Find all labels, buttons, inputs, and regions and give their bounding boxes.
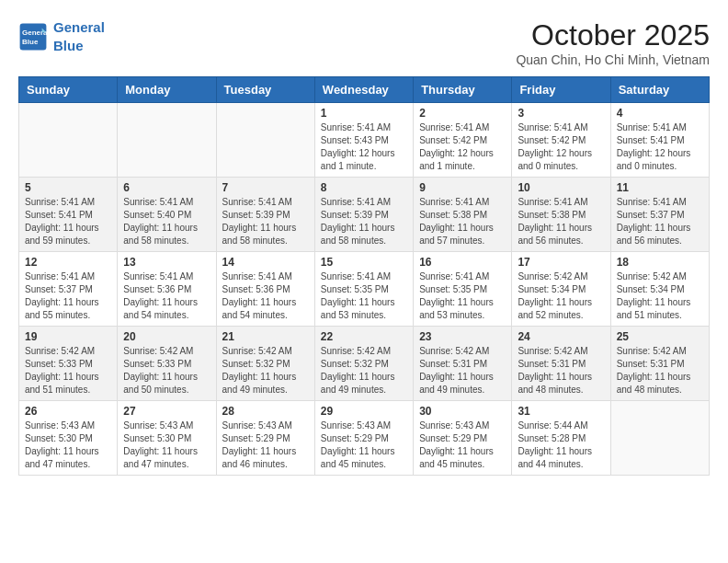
- logo-text: General Blue: [53, 18, 105, 55]
- week-row-4: 19Sunrise: 5:42 AM Sunset: 5:33 PM Dayli…: [19, 327, 710, 401]
- calendar-cell: 11Sunrise: 5:41 AM Sunset: 5:37 PM Dayli…: [610, 178, 709, 252]
- calendar-cell: 25Sunrise: 5:42 AM Sunset: 5:31 PM Dayli…: [610, 327, 709, 401]
- day-number: 27: [123, 405, 210, 418]
- col-header-saturday: Saturday: [610, 77, 709, 103]
- calendar-cell: 21Sunrise: 5:42 AM Sunset: 5:32 PM Dayli…: [216, 327, 314, 401]
- title-area: October 2025 Quan Chin, Ho Chi Minh, Vie…: [516, 18, 710, 67]
- calendar-cell: 16Sunrise: 5:41 AM Sunset: 5:35 PM Dayli…: [414, 252, 512, 327]
- day-info: Sunrise: 5:41 AM Sunset: 5:36 PM Dayligh…: [123, 270, 210, 322]
- day-info: Sunrise: 5:44 AM Sunset: 5:28 PM Dayligh…: [518, 419, 604, 471]
- day-number: 26: [25, 405, 111, 418]
- day-info: Sunrise: 5:41 AM Sunset: 5:38 PM Dayligh…: [518, 196, 604, 247]
- day-info: Sunrise: 5:41 AM Sunset: 5:39 PM Dayligh…: [222, 196, 309, 247]
- week-row-3: 12Sunrise: 5:41 AM Sunset: 5:37 PM Dayli…: [19, 252, 710, 327]
- calendar-cell: 7Sunrise: 5:41 AM Sunset: 5:39 PM Daylig…: [216, 178, 314, 252]
- col-header-friday: Friday: [512, 77, 610, 103]
- day-number: 22: [321, 330, 407, 343]
- day-number: 3: [518, 107, 604, 120]
- calendar: SundayMondayTuesdayWednesdayThursdayFrid…: [18, 76, 710, 476]
- day-info: Sunrise: 5:42 AM Sunset: 5:31 PM Dayligh…: [518, 345, 604, 396]
- calendar-cell: 29Sunrise: 5:43 AM Sunset: 5:29 PM Dayli…: [314, 401, 413, 476]
- calendar-cell: 6Sunrise: 5:41 AM Sunset: 5:40 PM Daylig…: [118, 178, 216, 252]
- main-title: October 2025: [516, 18, 710, 52]
- col-header-monday: Monday: [118, 77, 216, 103]
- day-info: Sunrise: 5:42 AM Sunset: 5:33 PM Dayligh…: [123, 345, 210, 396]
- logo: General Blue General Blue: [18, 18, 105, 55]
- day-info: Sunrise: 5:41 AM Sunset: 5:36 PM Dayligh…: [222, 270, 309, 322]
- day-number: 2: [419, 107, 506, 120]
- day-info: Sunrise: 5:41 AM Sunset: 5:40 PM Dayligh…: [123, 196, 210, 247]
- week-row-2: 5Sunrise: 5:41 AM Sunset: 5:41 PM Daylig…: [19, 178, 710, 252]
- day-number: 20: [123, 330, 210, 343]
- day-number: 28: [222, 405, 309, 418]
- day-info: Sunrise: 5:41 AM Sunset: 5:43 PM Dayligh…: [321, 121, 407, 173]
- calendar-cell: 17Sunrise: 5:42 AM Sunset: 5:34 PM Dayli…: [512, 252, 610, 327]
- calendar-cell: 15Sunrise: 5:41 AM Sunset: 5:35 PM Dayli…: [314, 252, 413, 327]
- calendar-cell: 9Sunrise: 5:41 AM Sunset: 5:38 PM Daylig…: [414, 178, 512, 252]
- calendar-cell: 1Sunrise: 5:41 AM Sunset: 5:43 PM Daylig…: [314, 103, 413, 178]
- calendar-cell: 18Sunrise: 5:42 AM Sunset: 5:34 PM Dayli…: [610, 252, 709, 327]
- day-number: 31: [518, 405, 604, 418]
- day-info: Sunrise: 5:41 AM Sunset: 5:37 PM Dayligh…: [617, 196, 703, 247]
- day-number: 29: [321, 405, 407, 418]
- calendar-cell: 8Sunrise: 5:41 AM Sunset: 5:39 PM Daylig…: [314, 178, 413, 252]
- calendar-cell: 12Sunrise: 5:41 AM Sunset: 5:37 PM Dayli…: [19, 252, 118, 327]
- day-info: Sunrise: 5:43 AM Sunset: 5:29 PM Dayligh…: [222, 419, 309, 471]
- day-number: 25: [617, 330, 703, 343]
- col-header-sunday: Sunday: [19, 77, 118, 103]
- calendar-cell: [216, 103, 314, 178]
- day-info: Sunrise: 5:41 AM Sunset: 5:42 PM Dayligh…: [419, 121, 506, 173]
- svg-text:Blue: Blue: [22, 38, 39, 46]
- calendar-cell: [118, 103, 216, 178]
- calendar-cell: [19, 103, 118, 178]
- day-info: Sunrise: 5:42 AM Sunset: 5:34 PM Dayligh…: [518, 270, 604, 322]
- day-number: 7: [222, 181, 309, 194]
- day-info: Sunrise: 5:41 AM Sunset: 5:41 PM Dayligh…: [25, 196, 111, 247]
- logo-icon: General Blue: [18, 22, 48, 52]
- day-number: 21: [222, 330, 309, 343]
- day-number: 5: [25, 181, 111, 194]
- week-row-1: 1Sunrise: 5:41 AM Sunset: 5:43 PM Daylig…: [19, 103, 710, 178]
- day-info: Sunrise: 5:42 AM Sunset: 5:33 PM Dayligh…: [25, 345, 111, 396]
- day-number: 17: [518, 256, 604, 269]
- header: General Blue General Blue October 2025 Q…: [18, 18, 710, 67]
- calendar-header-row: SundayMondayTuesdayWednesdayThursdayFrid…: [19, 77, 710, 103]
- col-header-thursday: Thursday: [414, 77, 512, 103]
- calendar-cell: 4Sunrise: 5:41 AM Sunset: 5:41 PM Daylig…: [610, 103, 709, 178]
- day-number: 11: [617, 181, 703, 194]
- calendar-cell: 27Sunrise: 5:43 AM Sunset: 5:30 PM Dayli…: [118, 401, 216, 476]
- day-info: Sunrise: 5:42 AM Sunset: 5:31 PM Dayligh…: [617, 345, 703, 396]
- day-number: 23: [419, 330, 506, 343]
- calendar-cell: 31Sunrise: 5:44 AM Sunset: 5:28 PM Dayli…: [512, 401, 610, 476]
- calendar-cell: 24Sunrise: 5:42 AM Sunset: 5:31 PM Dayli…: [512, 327, 610, 401]
- day-number: 24: [518, 330, 604, 343]
- day-info: Sunrise: 5:41 AM Sunset: 5:41 PM Dayligh…: [617, 121, 703, 173]
- day-number: 8: [321, 181, 407, 194]
- calendar-cell: 28Sunrise: 5:43 AM Sunset: 5:29 PM Dayli…: [216, 401, 314, 476]
- day-number: 9: [419, 181, 506, 194]
- calendar-cell: 20Sunrise: 5:42 AM Sunset: 5:33 PM Dayli…: [118, 327, 216, 401]
- calendar-cell: 2Sunrise: 5:41 AM Sunset: 5:42 PM Daylig…: [414, 103, 512, 178]
- day-number: 19: [25, 330, 111, 343]
- subtitle: Quan Chin, Ho Chi Minh, Vietnam: [516, 52, 710, 67]
- day-number: 30: [419, 405, 506, 418]
- day-info: Sunrise: 5:43 AM Sunset: 5:29 PM Dayligh…: [419, 419, 506, 471]
- col-header-tuesday: Tuesday: [216, 77, 314, 103]
- calendar-cell: 26Sunrise: 5:43 AM Sunset: 5:30 PM Dayli…: [19, 401, 118, 476]
- calendar-cell: 10Sunrise: 5:41 AM Sunset: 5:38 PM Dayli…: [512, 178, 610, 252]
- col-header-wednesday: Wednesday: [314, 77, 413, 103]
- calendar-cell: 30Sunrise: 5:43 AM Sunset: 5:29 PM Dayli…: [414, 401, 512, 476]
- day-info: Sunrise: 5:41 AM Sunset: 5:42 PM Dayligh…: [518, 121, 604, 173]
- day-info: Sunrise: 5:41 AM Sunset: 5:37 PM Dayligh…: [25, 270, 111, 322]
- day-info: Sunrise: 5:43 AM Sunset: 5:30 PM Dayligh…: [25, 419, 111, 471]
- day-number: 13: [123, 256, 210, 269]
- day-number: 12: [25, 256, 111, 269]
- day-info: Sunrise: 5:42 AM Sunset: 5:32 PM Dayligh…: [321, 345, 407, 396]
- day-info: Sunrise: 5:42 AM Sunset: 5:34 PM Dayligh…: [617, 270, 703, 322]
- day-number: 1: [321, 107, 407, 120]
- day-info: Sunrise: 5:42 AM Sunset: 5:31 PM Dayligh…: [419, 345, 506, 396]
- day-number: 15: [321, 256, 407, 269]
- calendar-cell: [610, 401, 709, 476]
- calendar-cell: 14Sunrise: 5:41 AM Sunset: 5:36 PM Dayli…: [216, 252, 314, 327]
- calendar-cell: 5Sunrise: 5:41 AM Sunset: 5:41 PM Daylig…: [19, 178, 118, 252]
